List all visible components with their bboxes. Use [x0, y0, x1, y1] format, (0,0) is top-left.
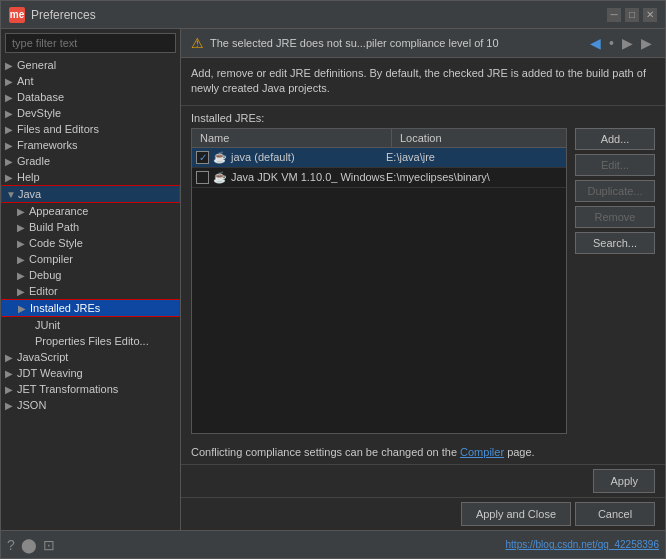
conflict-bar: Conflicting compliance settings can be c… [181, 440, 665, 464]
title-bar: me Preferences ─ □ ✕ [1, 1, 665, 29]
conflict-text: Conflicting compliance settings can be c… [191, 446, 460, 458]
minimize-button[interactable]: ─ [607, 8, 621, 22]
sidebar-item-properties-files[interactable]: Properties Files Edito... [1, 333, 180, 349]
sidebar-item-label: Editor [29, 285, 58, 297]
warning-icon: ⚠ [191, 35, 204, 51]
preferences-window: me Preferences ─ □ ✕ ▶ General ▶ Ant [0, 0, 666, 559]
arrow-icon: ▶ [5, 172, 17, 183]
right-panel: ⚠ The selected JRE does not su...piler c… [181, 29, 665, 530]
close-button[interactable]: ✕ [643, 8, 657, 22]
forward-nav-button[interactable]: ▶ [619, 34, 636, 52]
sidebar-item-javascript[interactable]: ▶ JavaScript [1, 349, 180, 365]
sidebar-item-code-style[interactable]: ▶ Code Style [1, 235, 180, 251]
sidebar-item-appearance[interactable]: ▶ Appearance [1, 203, 180, 219]
warning-bar: ⚠ The selected JRE does not su...piler c… [181, 29, 665, 58]
sidebar-item-label: Help [17, 171, 40, 183]
sidebar-item-label: Code Style [29, 237, 83, 249]
sidebar-item-jet-transformations[interactable]: ▶ JET Transformations [1, 381, 180, 397]
table-row[interactable]: ✓ ☕ java (default) E:\java\jre [192, 148, 566, 168]
tree: ▶ General ▶ Ant ▶ Database ▶ DevStyle ▶ [1, 57, 180, 530]
arrow-icon: ▶ [17, 222, 29, 233]
arrow-icon: ▶ [5, 400, 17, 411]
sidebar-item-build-path[interactable]: ▶ Build Path [1, 219, 180, 235]
sidebar-item-installed-jres[interactable]: ▶ Installed JREs [1, 299, 180, 317]
sidebar-item-database[interactable]: ▶ Database [1, 89, 180, 105]
sidebar-item-ant[interactable]: ▶ Ant [1, 73, 180, 89]
sidebar-item-frameworks[interactable]: ▶ Frameworks [1, 137, 180, 153]
sidebar-item-label: Properties Files Edito... [35, 335, 149, 347]
arrow-icon: ▶ [17, 238, 29, 249]
jre-location: E:\java\jre [386, 151, 562, 163]
jre-icon: ☕ [213, 151, 227, 164]
arrow-icon: ▶ [5, 108, 17, 119]
arrow-icon: ▼ [6, 189, 18, 200]
jre-checkbox[interactable] [196, 171, 209, 184]
arrow-icon: ▶ [5, 124, 17, 135]
bottom-buttons: Apply and Close Cancel [181, 497, 665, 530]
sidebar-item-label: Build Path [29, 221, 79, 233]
jre-row-name: ✓ ☕ java (default) [196, 151, 386, 164]
sidebar-item-json[interactable]: ▶ JSON [1, 397, 180, 413]
separator: • [606, 34, 617, 52]
sidebar-item-gradle[interactable]: ▶ Gradle [1, 153, 180, 169]
apply-button[interactable]: Apply [593, 469, 655, 493]
section-title: Installed JREs: [191, 112, 655, 124]
apply-row: Apply [181, 464, 665, 497]
sidebar-item-debug[interactable]: ▶ Debug [1, 267, 180, 283]
login-icon[interactable]: ⬤ [21, 537, 37, 553]
arrow-icon: ▶ [5, 156, 17, 167]
arrow-icon: ▶ [17, 286, 29, 297]
jre-checkbox[interactable]: ✓ [196, 151, 209, 164]
jre-table: Name Location ✓ ☕ java (default) [191, 128, 567, 434]
sidebar-item-label: JDT Weaving [17, 367, 83, 379]
sidebar-item-label: Ant [17, 75, 34, 87]
sidebar-item-label: JSON [17, 399, 46, 411]
help-icon[interactable]: ? [7, 537, 15, 553]
sidebar-item-devstyle[interactable]: ▶ DevStyle [1, 105, 180, 121]
jre-name: java (default) [231, 151, 295, 163]
check-icon: ✓ [199, 152, 207, 163]
back-nav-button[interactable]: ◀ [587, 34, 604, 52]
maximize-button[interactable]: □ [625, 8, 639, 22]
arrow-icon: ▶ [17, 254, 29, 265]
sidebar-item-junit[interactable]: JUnit [1, 317, 180, 333]
table-row[interactable]: ☕ Java JDK VM 1.10.0_ Windows E:\myeclip… [192, 168, 566, 188]
sidebar-item-label: Database [17, 91, 64, 103]
arrow-icon: ▶ [5, 140, 17, 151]
duplicate-button[interactable]: Duplicate... [575, 180, 655, 202]
add-button[interactable]: Add... [575, 128, 655, 150]
filter-input[interactable] [5, 33, 176, 53]
arrow-icon: ▶ [5, 92, 17, 103]
sidebar-item-java[interactable]: ▼ Java [1, 185, 180, 203]
apply-close-button[interactable]: Apply and Close [461, 502, 571, 526]
arrow-icon: ▶ [5, 384, 17, 395]
nav-arrows: ◀ • ▶ ▶ [587, 34, 655, 52]
jre-row-name: ☕ Java JDK VM 1.10.0_ Windows [196, 171, 386, 184]
sidebar-item-label: Java [18, 188, 41, 200]
sidebar-item-files-editors[interactable]: ▶ Files and Editors [1, 121, 180, 137]
window-title: Preferences [31, 8, 601, 22]
sidebar-item-jdt-weaving[interactable]: ▶ JDT Weaving [1, 365, 180, 381]
sidebar-item-label: Compiler [29, 253, 73, 265]
jre-name: Java JDK VM 1.10.0_ Windows [231, 171, 385, 183]
jre-location: E:\myeclipses\binary\ [386, 171, 562, 183]
sidebar-item-general[interactable]: ▶ General [1, 57, 180, 73]
main-content: ▶ General ▶ Ant ▶ Database ▶ DevStyle ▶ [1, 29, 665, 530]
jre-container: Name Location ✓ ☕ java (default) [191, 128, 655, 434]
search-button[interactable]: Search... [575, 232, 655, 254]
settings-icon[interactable]: ⊡ [43, 537, 55, 553]
sidebar-item-editor[interactable]: ▶ Editor [1, 283, 180, 299]
remove-button[interactable]: Remove [575, 206, 655, 228]
conflict-suffix: page. [504, 446, 535, 458]
sidebar-item-label: JET Transformations [17, 383, 118, 395]
compiler-link[interactable]: Compiler [460, 446, 504, 458]
forward2-nav-button[interactable]: ▶ [638, 34, 655, 52]
sidebar-item-help[interactable]: ▶ Help [1, 169, 180, 185]
edit-button[interactable]: Edit... [575, 154, 655, 176]
arrow-icon: ▶ [17, 270, 29, 281]
sidebar-item-label: Debug [29, 269, 61, 281]
sidebar-item-compiler[interactable]: ▶ Compiler [1, 251, 180, 267]
name-column-header: Name [192, 129, 392, 147]
cancel-button[interactable]: Cancel [575, 502, 655, 526]
status-url[interactable]: https://blog.csdn.net/qq_42258396 [506, 539, 659, 550]
